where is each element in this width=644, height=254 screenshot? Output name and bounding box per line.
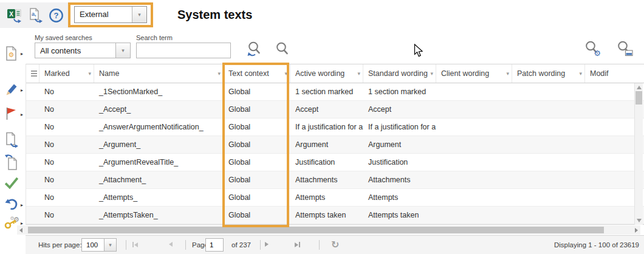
- table-row[interactable]: No _Argument_ Global Argument Argument: [26, 136, 644, 154]
- cell-handle: [26, 154, 39, 171]
- first-page-button[interactable]: [132, 242, 138, 247]
- column-menu-icon[interactable]: ▾: [506, 71, 509, 77]
- table-row[interactable]: No _ArgumentRevealTitle_ Global Justific…: [26, 154, 644, 171]
- saved-searches-label: My saved searches: [35, 34, 92, 41]
- column-menu-icon[interactable]: ▾: [579, 71, 582, 77]
- svg-text:⚙: ⚙: [9, 51, 15, 58]
- text-export-icon[interactable]: a,: [27, 7, 44, 24]
- undo-icon[interactable]: [4, 197, 19, 213]
- column-menu-icon[interactable]: ▾: [88, 71, 91, 77]
- cell-patch-wording: [512, 171, 585, 188]
- column-header-client-wording[interactable]: Client wording ▾: [436, 64, 512, 83]
- table-row[interactable]: No _Attempts_ Global Attempts Attempts: [26, 189, 644, 207]
- column-header-marked[interactable]: Marked ▾: [39, 64, 94, 83]
- document-export-icon[interactable]: [4, 132, 19, 148]
- cell-text-context: Global: [224, 154, 290, 171]
- system-texts-grid: Marked ▾ Name ▾ Text context ▾ Active wo…: [26, 64, 644, 225]
- context-dropdown[interactable]: External ▾: [74, 6, 147, 23]
- column-header-modified[interactable]: Modif: [585, 64, 644, 83]
- cell-patch-wording: [512, 136, 585, 153]
- help-icon[interactable]: ?: [49, 8, 66, 25]
- search-icon[interactable]: [273, 40, 292, 58]
- cell-client-wording: [436, 154, 512, 171]
- column-header-text-context[interactable]: Text context ▾: [224, 64, 290, 83]
- vertical-scrollbar-thumb[interactable]: [635, 91, 642, 105]
- hits-per-page-label: Hits per page:: [38, 241, 82, 249]
- search-settings-icon[interactable]: ⚙: [583, 39, 601, 57]
- column-header-standard-wording[interactable]: Standard wording ▾: [363, 64, 436, 83]
- column-menu-icon[interactable]: ▾: [430, 71, 433, 77]
- cell-active-wording: Justification: [290, 154, 363, 171]
- cell-standard-wording: Attempts taken: [363, 207, 436, 224]
- cell-text-context: Global: [224, 136, 290, 153]
- cell-name: _Attempts_: [94, 189, 224, 206]
- settings-document-icon[interactable]: ⚙: [4, 46, 19, 61]
- next-page-button[interactable]: [265, 242, 269, 247]
- vertical-scrollbar[interactable]: [634, 83, 643, 225]
- last-page-button[interactable]: [295, 242, 300, 247]
- column-header-active-wording[interactable]: Active wording ▾: [290, 64, 363, 83]
- scroll-left-icon[interactable]: [19, 228, 22, 233]
- cell-name: _1SectionMarked_: [94, 83, 224, 100]
- cell-active-wording: Attachments: [290, 171, 363, 188]
- cell-standard-wording: Accept: [363, 101, 436, 118]
- search-term-label: Search term: [136, 34, 173, 41]
- table-row[interactable]: No _Attachment_ Global Attachments Attac…: [26, 171, 644, 189]
- horizontal-scrollbar[interactable]: [17, 225, 640, 235]
- edit-menu-arrow[interactable]: ▸: [21, 88, 23, 93]
- page-number-input[interactable]: [205, 238, 224, 252]
- grid-header: Marked ▾ Name ▾ Text context ▾ Active wo…: [26, 64, 644, 83]
- column-menu-icon[interactable]: ▾: [357, 71, 360, 77]
- previous-page-button[interactable]: [169, 242, 173, 247]
- scroll-right-icon[interactable]: [635, 228, 638, 233]
- hits-per-page-dropdown[interactable]: 100 ▾: [81, 238, 117, 252]
- search-print-icon[interactable]: [615, 39, 633, 57]
- cell-patch-wording: [512, 154, 585, 171]
- cell-client-wording: [436, 118, 512, 136]
- column-header-patch-wording[interactable]: Patch wording ▾: [512, 64, 585, 83]
- cell-client-wording: [436, 136, 512, 153]
- column-menu-icon[interactable]: ▾: [218, 71, 221, 77]
- search-term-input[interactable]: [136, 43, 231, 58]
- chevron-down-icon[interactable]: ▾: [104, 239, 116, 251]
- cell-standard-wording: Attachments: [363, 171, 436, 188]
- column-header-name[interactable]: Name ▾: [94, 64, 224, 83]
- flag-menu-arrow[interactable]: ▸: [21, 112, 23, 117]
- refresh-icon[interactable]: ↻: [331, 239, 339, 250]
- table-row[interactable]: No _AnswerArgumentNotification_ Global I…: [26, 118, 644, 136]
- horizontal-scrollbar-thumb[interactable]: [28, 227, 604, 233]
- table-row[interactable]: No _Accept_ Global Accept Accept: [26, 101, 644, 118]
- cell-patch-wording: [512, 189, 585, 206]
- flag-icon[interactable]: [4, 106, 19, 122]
- cell-marked: No: [39, 171, 94, 188]
- cell-marked: No: [39, 136, 94, 153]
- table-row[interactable]: No _AttemptsTaken_ Global Attempts taken…: [26, 207, 644, 224]
- saved-searches-value: All contents: [35, 43, 115, 58]
- cell-active-wording: If a justification for a...: [290, 118, 363, 136]
- cell-marked: No: [39, 207, 94, 224]
- edit-pencil-icon[interactable]: [4, 82, 19, 98]
- cell-handle: [26, 118, 39, 136]
- column-header-handle[interactable]: [26, 64, 39, 83]
- svg-text:⚙: ⚙: [10, 216, 14, 221]
- excel-export-icon[interactable]: X: [6, 7, 23, 24]
- cell-patch-wording: [512, 83, 585, 100]
- scroll-down-icon[interactable]: [637, 219, 642, 222]
- cell-active-wording: Attempts taken: [290, 207, 363, 224]
- row-handle-icon: [31, 69, 37, 78]
- cell-client-wording: [436, 83, 512, 100]
- chevron-down-icon[interactable]: ▾: [132, 7, 146, 22]
- chevron-down-icon[interactable]: ▾: [115, 43, 130, 58]
- column-menu-icon[interactable]: ▾: [284, 71, 287, 77]
- undo-menu-arrow[interactable]: ▸: [21, 202, 23, 208]
- cell-patch-wording: [512, 118, 585, 136]
- table-row[interactable]: No _1SectionMarked_ Global 1 section mar…: [26, 83, 644, 101]
- svg-text:X: X: [9, 11, 13, 18]
- saved-searches-dropdown[interactable]: All contents ▾: [35, 43, 131, 58]
- settings-document-menu-arrow[interactable]: ▸: [21, 51, 23, 57]
- search-reset-icon[interactable]: [245, 40, 264, 58]
- cell-standard-wording: Justification: [363, 154, 436, 171]
- document-import-icon[interactable]: [4, 154, 19, 170]
- approve-check-icon[interactable]: [4, 176, 19, 192]
- scroll-up-icon[interactable]: [637, 86, 642, 89]
